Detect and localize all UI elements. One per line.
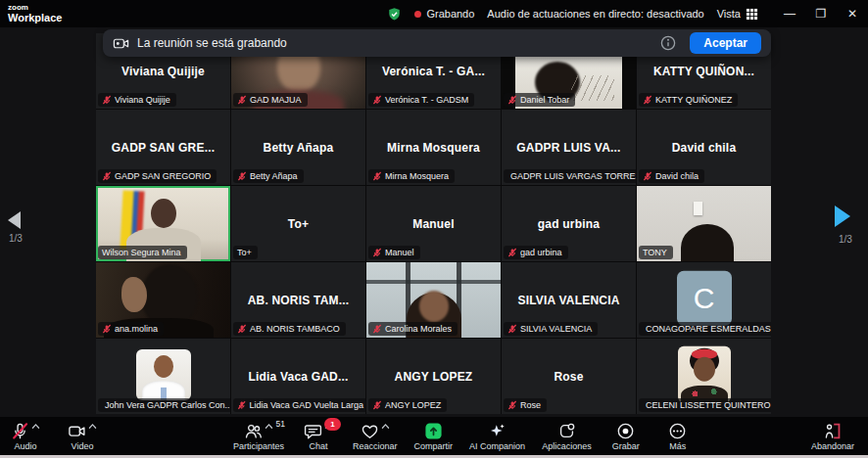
- participant-label-text: To+: [237, 248, 252, 257]
- chat-button[interactable]: 1Chat: [301, 422, 336, 451]
- part: [121, 277, 147, 312]
- toolbar-item-label: Participantes: [233, 441, 284, 451]
- participant-tile[interactable]: GADPR LUIS VA...GADPR LUIS VARGAS TORRES: [502, 110, 636, 185]
- participant-gallery: Viviana QuijijeViviana QuijijeGAD MAJUAV…: [96, 33, 771, 414]
- close-button[interactable]: ✕: [837, 0, 868, 27]
- zoom-meeting-window: zoom Workplace Grabando Audio de actuaci…: [0, 0, 868, 458]
- toolbar-right-group: Abandonar: [811, 422, 854, 451]
- decoration: [747, 16, 749, 19]
- participant-tile[interactable]: AB. NORIS TAM...AB. NORIS TAMBACO: [231, 262, 365, 338]
- accept-button[interactable]: Aceptar: [690, 32, 761, 54]
- heart-icon: [361, 422, 379, 440]
- participant-name-label: John Vera GADPR Carlos Con...: [98, 398, 230, 412]
- participant-label-text: KATTY QUIÑONEZ: [655, 95, 732, 105]
- decoration: [247, 432, 257, 436]
- participant-label-text: Verónica T. - GADSM: [385, 95, 468, 105]
- participant-tile[interactable]: gad urbinagad urbina: [502, 186, 636, 261]
- muted-mic-icon: [102, 324, 112, 334]
- muted-mic-icon: [237, 95, 247, 105]
- participant-tile[interactable]: ManuelManuel: [366, 186, 501, 261]
- brand-workplace: Workplace: [8, 13, 62, 23]
- participant-name-label: GAD MAJUA: [233, 93, 308, 107]
- participant-name-label: Wilson Segura Mina: [98, 246, 187, 259]
- decoration: [89, 424, 95, 427]
- decoration: [750, 12, 753, 15]
- video-button[interactable]: Video: [65, 422, 100, 451]
- maximize-button[interactable]: ❐: [805, 0, 837, 27]
- chevron-up-icon[interactable]: [381, 423, 390, 430]
- recording-toast: La reunión se está grabando Aceptar: [103, 29, 771, 57]
- decoration: [835, 424, 840, 437]
- info-icon[interactable]: [660, 35, 676, 51]
- part: [154, 354, 173, 377]
- participant-label-text: Carolina Morales: [385, 324, 452, 334]
- previous-page-arrow[interactable]: [8, 211, 21, 229]
- toolbar-item-label: Abandonar: [811, 441, 854, 451]
- participant-tile[interactable]: To+To+: [231, 186, 365, 261]
- toolbar-left-group: AudioVideo: [8, 422, 100, 451]
- recording-indicator: Grabando: [414, 8, 474, 20]
- decoration: [754, 8, 757, 11]
- participant-tile[interactable]: John Vera GADPR Carlos Con...: [96, 339, 230, 414]
- minimize-button[interactable]: —: [774, 0, 805, 27]
- part: [419, 291, 449, 322]
- decoration: [500, 424, 504, 428]
- muted-mic-icon: [372, 324, 382, 334]
- muted-mic-icon: [643, 171, 652, 181]
- toolbar-item-label: Más: [669, 441, 686, 451]
- apps-button[interactable]: Aplicaciones: [542, 422, 592, 451]
- participant-tile[interactable]: ana.molina: [96, 262, 230, 338]
- page-indicator-left: 1/3: [9, 233, 23, 244]
- audio-button[interactable]: Audio: [8, 422, 43, 451]
- part: [571, 75, 614, 101]
- participant-tile[interactable]: RoseRose: [502, 339, 636, 414]
- participant-tile[interactable]: GADP SAN GRE...GADP SAN GREGORIO: [96, 110, 230, 185]
- participant-tile[interactable]: Lidia Vaca GAD...Lidia Vaca GAD Vuelta L…: [231, 339, 365, 414]
- participant-tile[interactable]: CCONAGOPARE ESMERALDAS: [637, 262, 771, 338]
- chat-icon: [304, 422, 322, 440]
- share-icon-row: [424, 422, 443, 440]
- decoration: [255, 426, 259, 430]
- participant-tile[interactable]: Betty AñapaBetty Añapa: [231, 110, 365, 185]
- security-shield-icon[interactable]: [387, 7, 402, 22]
- muted-mic-icon: [102, 171, 112, 181]
- muted-mic-icon: [237, 324, 247, 334]
- participant-name-label: Mirna Mosquera: [368, 169, 455, 183]
- brand-zoom: zoom: [8, 4, 62, 12]
- participant-name-label: Carolina Morales: [368, 322, 458, 336]
- participant-tile[interactable]: CELENI LISSETTE QUINTERO ...: [637, 339, 771, 414]
- participant-tile[interactable]: Mirna MosqueraMirna Mosquera: [366, 110, 501, 185]
- next-page-arrow[interactable]: [835, 206, 850, 227]
- participant-tile[interactable]: Carolina Morales: [366, 262, 501, 338]
- participant-tile[interactable]: David chilaDavid chila: [637, 110, 771, 185]
- recording-dot: [414, 11, 421, 18]
- chevron-up-icon[interactable]: [88, 423, 97, 430]
- decoration: [382, 424, 388, 427]
- ai-icon-row: [488, 422, 506, 440]
- decoration: [667, 39, 669, 41]
- decoration: [124, 40, 128, 46]
- record-icon-row: [616, 422, 635, 440]
- decoration: [827, 433, 833, 437]
- record-button[interactable]: Grabar: [608, 422, 644, 451]
- part: [694, 356, 715, 381]
- chevron-up-icon[interactable]: [31, 423, 40, 430]
- view-button[interactable]: Vista: [717, 8, 758, 21]
- participant-tile[interactable]: TONY: [637, 186, 771, 261]
- react-button[interactable]: Reaccionar: [353, 422, 398, 451]
- participant-name-label: GADP SAN GREGORIO: [98, 169, 217, 183]
- window-controls: — ❐ ✕: [774, 0, 868, 27]
- participant-tile[interactable]: Wilson Segura Mina: [96, 186, 230, 261]
- share-button[interactable]: Compartir: [414, 422, 454, 451]
- chevron-up-icon[interactable]: [265, 423, 273, 430]
- camera-icon: [68, 422, 86, 440]
- participant-tile[interactable]: ANGY LOPEZANGY LOPEZ: [366, 339, 501, 414]
- participants-button[interactable]: 51Participantes: [233, 422, 284, 451]
- meeting-status-bar: Grabando Audio de actuaciones en directo…: [387, 7, 758, 22]
- ai-button[interactable]: AI Companion: [469, 422, 525, 451]
- audio-icon-row: [11, 422, 40, 440]
- leave-button[interactable]: Abandonar: [811, 422, 854, 451]
- more-button[interactable]: Más: [660, 422, 696, 451]
- participant-label-text: SILVIA VALENCIA: [520, 324, 592, 334]
- participant-tile[interactable]: SILVIA VALENCIASILVIA VALENCIA: [502, 262, 636, 338]
